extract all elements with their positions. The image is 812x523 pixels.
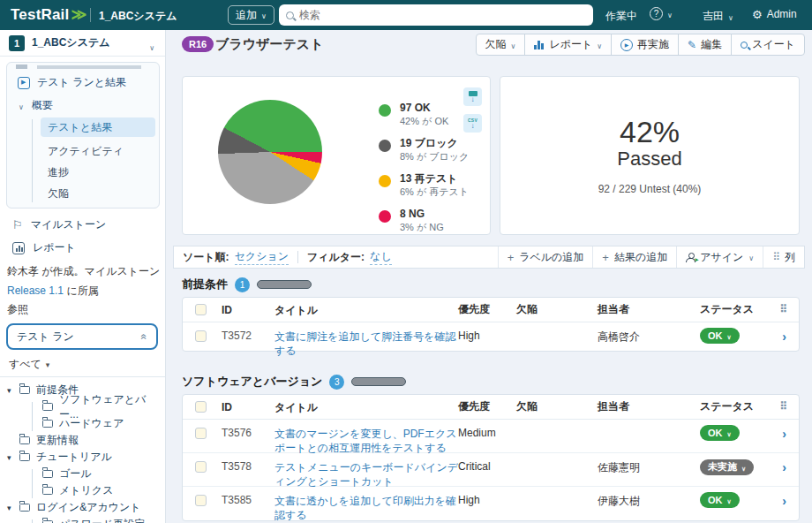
sidebar-item-test-runs-results[interactable]: テスト ランと結果	[18, 75, 126, 90]
search-icon	[286, 11, 294, 19]
status-label: OK	[708, 428, 723, 438]
search-box[interactable]	[279, 4, 593, 26]
report-button[interactable]: レポート	[524, 34, 612, 56]
status-badge[interactable]: OK	[700, 492, 740, 508]
filter-value-link[interactable]: なし	[370, 249, 392, 265]
folder-icon	[42, 470, 53, 478]
test-run-panel-header[interactable]: テスト ラン «	[6, 323, 158, 350]
sidebar-item-progress[interactable]: 進捗	[41, 163, 155, 182]
sidebar-nav-panel: テスト ランと結果 概要 テストと結果 アクティビティ 進捗 欠陥	[6, 62, 160, 208]
tree-item-metrics[interactable]: メトリクス	[42, 482, 113, 499]
assign-button[interactable]: ▸アサイン	[676, 246, 763, 268]
tree-item-tutorial[interactable]: ▾チュートリアル	[7, 449, 112, 466]
sidebar-item-reports[interactable]: レポート	[12, 240, 76, 255]
row-chevron-icon[interactable]: ›	[782, 427, 786, 441]
table-row[interactable]: T3585 文書に透かしを追加して印刷出力を確認する High 伊藤大樹 OK …	[183, 487, 799, 513]
test-title-link[interactable]: 文書に透かしを追加して印刷出力を確認する	[274, 494, 460, 521]
add-result-button[interactable]: 結果の追加	[592, 246, 676, 268]
row-checkbox[interactable]	[195, 330, 207, 342]
help-menu[interactable]: ?	[650, 7, 673, 20]
table-row[interactable]: T3572 文書に脚注を追加して脚注番号を確認する High 高橋啓介 OK ›	[183, 322, 799, 351]
expander-icon[interactable]: ▾	[7, 453, 19, 462]
tree-item-hardware[interactable]: ハードウェア	[42, 415, 124, 432]
user-menu[interactable]: 吉田	[703, 9, 733, 24]
table-row[interactable]: T3576 文書のマージンを変更し、PDFエクスポートとの相互運用性をテストする…	[183, 420, 799, 453]
admin-menu[interactable]: ⚙Admin	[752, 8, 797, 20]
status-badge[interactable]: OK	[700, 328, 740, 344]
legend-count: 97 OK	[400, 102, 448, 115]
tree-item-goal[interactable]: ゴール	[42, 466, 92, 482]
add-button[interactable]: 追加	[228, 5, 274, 25]
test-title-link[interactable]: 文書に脚注を追加して脚注番号を確認する	[274, 330, 460, 358]
legend-item-retest: 13 再テスト6% が 再テスト	[379, 172, 469, 198]
topbar-project-name[interactable]: 1_ABCシステム	[99, 9, 177, 24]
sidebar-item-activity[interactable]: アクティビティ	[41, 141, 155, 161]
column-settings-icon[interactable]: ⠿	[779, 400, 786, 413]
run-actions: 欠陥 レポート ▶再実施 ✎編集 スイート	[477, 34, 805, 56]
milestone-link[interactable]: Release 1.1	[7, 284, 64, 297]
columns-button[interactable]: ⠿列	[763, 246, 804, 268]
select-all-checkbox[interactable]	[195, 304, 207, 315]
test-title-link[interactable]: 文書のマージンを変更し、PDFエクスポートとの相互運用性をテストする	[274, 427, 460, 455]
add-label-button[interactable]: ラベルの追加	[498, 246, 593, 268]
search-input[interactable]	[299, 9, 546, 21]
expander-icon[interactable]: ▾	[7, 386, 19, 395]
legend-dot-retest	[379, 175, 391, 187]
project-selector[interactable]: 1 1_ABCシステム	[0, 30, 165, 57]
chevron-down-icon	[741, 462, 746, 473]
column-header-defects: 欠陥	[516, 399, 538, 414]
column-settings-icon[interactable]: ⠿	[779, 303, 786, 315]
row-chevron-icon[interactable]: ›	[782, 460, 786, 474]
rerun-button[interactable]: ▶再実施	[611, 34, 679, 56]
suite-button[interactable]: スイート	[731, 34, 805, 56]
sidebar-item-label: 欠陥	[48, 186, 69, 201]
button-label: 再実施	[637, 37, 669, 52]
expander-icon[interactable]: ▾	[7, 504, 19, 512]
tree-item-password-reset[interactable]: パスワード再設定	[42, 516, 145, 523]
brand-text: TestRail	[11, 6, 69, 23]
section-header-preconditions: 前提条件 1	[182, 277, 312, 292]
tree-item-label: ログイン&アカウント	[36, 500, 141, 515]
tree-item-login-account[interactable]: ▾ログイン&アカウント	[7, 499, 141, 516]
sidebar-item-tests-results[interactable]: テストと結果	[41, 117, 155, 137]
sidebar-item-label: テストと結果	[48, 120, 112, 135]
defects-button[interactable]: 欠陥	[476, 34, 526, 56]
divider	[297, 251, 298, 263]
tests-table-preconditions: ID タイトル 優先度 欠陥 担当者 ステータス ⠿ T3572 文書に脚注を追…	[182, 297, 800, 352]
chevron-down-icon	[727, 428, 732, 438]
row-checkbox[interactable]	[195, 428, 207, 439]
work-status-menu[interactable]: 作業中	[605, 9, 637, 24]
row-chevron-icon[interactable]: ›	[782, 330, 786, 344]
row-checkbox[interactable]	[195, 461, 207, 473]
row-checkbox[interactable]	[195, 495, 207, 506]
sidebar-item-overview[interactable]: 概要	[19, 98, 53, 113]
tree-item-software-version[interactable]: ソフトウェアとバー...	[42, 398, 165, 415]
status-badge[interactable]: 未実施	[700, 459, 754, 475]
download-csv-button[interactable]: CSV↓	[463, 114, 482, 133]
results-chart-card: 97 OK42% が OK 19 ブロック8% が ブロック 13 再テスト6%…	[182, 76, 491, 235]
sidebar-item-milestones[interactable]: ⚐ マイルストーン	[12, 217, 106, 232]
legend-pct: 6% が 再テスト	[400, 186, 469, 198]
sidebar-item-defects[interactable]: 欠陥	[41, 184, 155, 203]
legend-item-ok: 97 OK42% が OK	[379, 102, 448, 127]
sort-value-link[interactable]: セクション	[235, 249, 289, 265]
test-title-link[interactable]: テストメニューのキーボードバインディングとショートカット	[274, 460, 460, 489]
collapse-icon[interactable]: «	[139, 334, 151, 340]
tree-filter-all[interactable]: すべて▾	[9, 357, 49, 372]
row-chevron-icon[interactable]: ›	[782, 494, 786, 508]
select-all-checkbox[interactable]	[195, 401, 207, 413]
sidebar-item-label: アクティビティ	[48, 144, 124, 159]
tree-guide-line	[32, 402, 33, 431]
download-arrow-icon: ↓	[471, 96, 475, 103]
magnifier-icon	[741, 42, 748, 49]
download-chart-button[interactable]: ↓	[463, 87, 482, 106]
plus-icon	[508, 251, 515, 264]
testrail-logo[interactable]: TestRail≫	[11, 5, 86, 24]
button-label: ラベルの追加	[519, 250, 583, 265]
status-badge[interactable]: OK	[700, 425, 740, 441]
tree-item-update-info[interactable]: 更新情報	[19, 432, 79, 449]
passed-label: Passed	[617, 148, 681, 171]
edit-button[interactable]: ✎編集	[678, 34, 732, 56]
sidebar: 1 1_ABCシステム テスト ランと結果 概要 テストと結果 アクティビティ …	[0, 30, 166, 523]
table-row[interactable]: T3578 テストメニューのキーボードバインディングとショートカット Criti…	[183, 453, 799, 487]
